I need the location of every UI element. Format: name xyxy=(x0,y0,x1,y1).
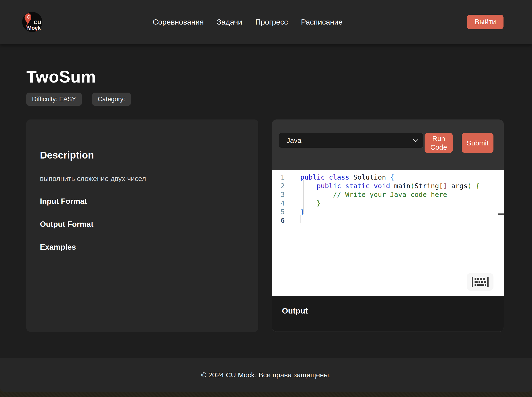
nav-item[interactable]: Расписание xyxy=(301,18,343,26)
badges-row: Difficulty: EASY Category: xyxy=(26,93,504,106)
editor-toolbar: Java Run Code Submit xyxy=(279,133,493,153)
submit-button[interactable]: Submit xyxy=(462,133,493,153)
keyboard-icon xyxy=(472,277,489,287)
nav-item[interactable]: Задачи xyxy=(217,18,242,26)
virtual-keyboard-button[interactable] xyxy=(468,274,492,289)
main-content: TwoSum Difficulty: EASY Category: Descri… xyxy=(0,44,532,358)
code-editor[interactable]: 1public class Solution {2 public static … xyxy=(272,170,504,296)
code-line: 5} xyxy=(272,207,504,216)
line-number: 4 xyxy=(272,199,285,207)
category-badge: Category: xyxy=(92,93,131,106)
code-text: public static void main(String[] args) { xyxy=(300,182,480,190)
chevron-down-icon xyxy=(413,139,418,142)
difficulty-badge: Difficulty: EASY xyxy=(26,93,82,106)
panels-row: Description выполнить сложение двух чисе… xyxy=(26,119,504,332)
cu-mock-logo[interactable]: CU Mock xyxy=(22,12,42,32)
browser-window: CU Mock СоревнованияЗадачиПрогрессРаспис… xyxy=(0,0,532,392)
run-code-button[interactable]: Run Code xyxy=(425,133,453,153)
description-panel: Description выполнить сложение двух чисе… xyxy=(26,119,258,332)
code-editor-panel: Java Run Code Submit 1public class Solut… xyxy=(272,119,504,332)
language-select-value: Java xyxy=(287,136,301,144)
description-section-heading: Input Format xyxy=(40,197,245,206)
line-number: 5 xyxy=(272,208,285,216)
logout-button[interactable]: Выйти xyxy=(467,15,503,29)
code-text: public class Solution { xyxy=(300,173,394,181)
code-line: 4 } xyxy=(272,199,504,207)
top-navbar: CU Mock СоревнованияЗадачиПрогрессРаспис… xyxy=(0,0,532,44)
copyright-text: © 2024 CU Mock. Все права защищены. xyxy=(201,371,331,379)
language-select[interactable]: Java xyxy=(279,133,423,148)
description-sections: Input FormatOutput FormatExamples xyxy=(40,197,245,252)
code-text: } xyxy=(300,208,304,216)
description-text: выполнить сложение двух чисел xyxy=(40,174,245,183)
code-line: 3 // Write your Java code here xyxy=(272,190,504,199)
description-heading: Description xyxy=(40,149,245,161)
code-text: // Write your Java code here xyxy=(300,191,447,198)
line-number: 1 xyxy=(272,173,285,181)
code-text: } xyxy=(300,199,321,207)
svg-text:Mock: Mock xyxy=(27,25,41,31)
svg-text:CU: CU xyxy=(34,19,41,25)
code-line: 2 public static void main(String[] args)… xyxy=(272,181,504,190)
nav-item[interactable]: Соревнования xyxy=(153,18,204,26)
page-title: TwoSum xyxy=(26,67,504,86)
desktop-background: CU Mock СоревнованияЗадачиПрогрессРаспис… xyxy=(0,0,532,397)
output-heading: Output xyxy=(282,306,504,315)
nav-item[interactable]: Прогресс xyxy=(255,18,288,26)
footer: © 2024 CU Mock. Все права защищены. xyxy=(0,358,532,392)
code-line: 6 xyxy=(272,216,504,225)
code-line: 1public class Solution { xyxy=(272,173,504,181)
description-section-heading: Output Format xyxy=(40,220,245,229)
cu-mock-logo-icon: CU Mock xyxy=(22,12,42,32)
editor-scrollbar-thumb[interactable] xyxy=(498,213,504,215)
line-number: 2 xyxy=(272,182,285,190)
editor-scrollbar-track xyxy=(498,170,498,296)
main-nav: СоревнованияЗадачиПрогрессРасписание xyxy=(42,18,453,26)
line-number: 3 xyxy=(272,191,285,198)
description-section-heading: Examples xyxy=(40,242,245,252)
output-section: Output xyxy=(272,296,504,332)
line-number: 6 xyxy=(272,217,285,224)
code-lines: 1public class Solution {2 public static … xyxy=(272,170,504,225)
